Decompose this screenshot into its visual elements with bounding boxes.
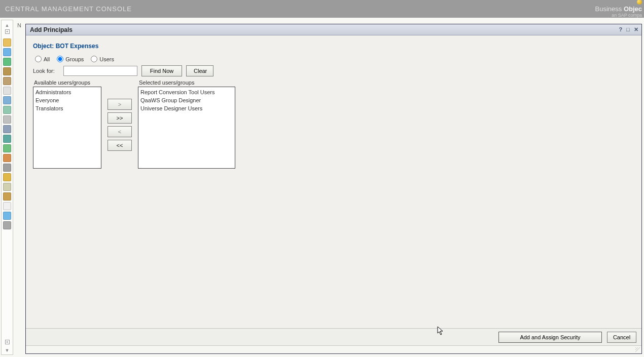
sidebar-icon-18[interactable] bbox=[3, 212, 11, 220]
tree-expand-top[interactable]: + bbox=[5, 29, 10, 34]
radio-all-label[interactable]: All bbox=[35, 56, 50, 62]
clear-button[interactable]: Clear bbox=[186, 65, 213, 76]
dialog-titlebar: Add Principals ? □ ✕ bbox=[26, 24, 641, 35]
sidebar-icon-4[interactable] bbox=[3, 77, 11, 85]
dialog-status-strip bbox=[26, 345, 641, 353]
sidebar-icon-7[interactable] bbox=[3, 106, 11, 114]
dialog-footer: Add and Assign Security Cancel bbox=[26, 328, 641, 345]
left-tool-strip: ▲ + + ▼ bbox=[1, 20, 13, 355]
add-principals-dialog: Add Principals ? □ ✕ Object: BOT Expense… bbox=[25, 24, 642, 354]
list-item[interactable]: QaaWS Group Designer bbox=[139, 96, 234, 104]
radio-users[interactable] bbox=[91, 56, 97, 62]
sidebar-icon-0[interactable] bbox=[3, 38, 11, 47]
selected-listbox[interactable]: Report Conversion Tool UsersQaaWS Group … bbox=[138, 87, 235, 169]
sidebar-icon-12[interactable] bbox=[3, 154, 11, 162]
maximize-icon[interactable]: □ bbox=[626, 26, 630, 33]
add-all-button[interactable]: >> bbox=[108, 112, 132, 124]
sidebar-icon-16[interactable] bbox=[3, 192, 11, 201]
radio-all[interactable] bbox=[35, 56, 42, 62]
app-title: CENTRAL MANAGEMENT CONSOLE bbox=[5, 5, 132, 13]
remove-all-button[interactable]: << bbox=[108, 140, 132, 151]
list-item[interactable]: Translators bbox=[34, 104, 100, 112]
tree-expand-bottom[interactable]: + bbox=[5, 340, 10, 344]
radio-users-label[interactable]: Users bbox=[91, 56, 114, 62]
list-item[interactable]: Everyone bbox=[34, 96, 100, 104]
app-title-bar: CENTRAL MANAGEMENT CONSOLE Business Obje… bbox=[0, 0, 644, 18]
sidebar-icon-17[interactable] bbox=[3, 202, 11, 210]
cancel-button[interactable]: Cancel bbox=[607, 332, 636, 343]
brand-text-b: Objec bbox=[624, 5, 642, 13]
available-listbox[interactable]: AdministratorsEveryoneTranslators bbox=[33, 87, 101, 169]
sidebar-icon-8[interactable] bbox=[3, 115, 11, 124]
transfer-buttons: > >> < << bbox=[108, 99, 132, 151]
sidebar-icon-6[interactable] bbox=[3, 96, 11, 104]
object-label: Object: BOT Expenses bbox=[33, 43, 634, 50]
sidebar-icon-10[interactable] bbox=[3, 135, 11, 143]
sidebar-icon-11[interactable] bbox=[3, 144, 11, 152]
look-for-row: Look for: Find Now Clear bbox=[33, 65, 634, 76]
dialog-title-text: Add Principals bbox=[30, 26, 73, 33]
look-for-label: Look for: bbox=[33, 68, 59, 74]
lists-area: Available users/groups AdministratorsEve… bbox=[33, 80, 634, 169]
find-now-button[interactable]: Find Now bbox=[141, 65, 182, 76]
sidebar-icon-14[interactable] bbox=[3, 173, 11, 181]
sidebar-icon-1[interactable] bbox=[3, 48, 11, 56]
brand-block: Business Objec an SAP compa bbox=[595, 0, 643, 18]
help-icon[interactable]: ? bbox=[619, 26, 623, 33]
sidebar-icon-2[interactable] bbox=[3, 58, 11, 66]
look-for-input[interactable] bbox=[63, 66, 137, 76]
selected-header: Selected users/groups bbox=[138, 80, 235, 86]
sidebar-icon-13[interactable] bbox=[3, 164, 11, 172]
list-item[interactable]: Report Conversion Tool Users bbox=[139, 88, 234, 96]
brand-dot-icon bbox=[637, 0, 642, 5]
dialog-body: Object: BOT Expenses All Groups Users Lo… bbox=[26, 35, 641, 328]
list-item[interactable]: Universe Designer Users bbox=[139, 104, 234, 112]
remove-button[interactable]: < bbox=[108, 126, 132, 137]
radio-groups[interactable] bbox=[57, 56, 63, 62]
list-item[interactable]: Administrators bbox=[34, 88, 100, 96]
resize-grip-icon[interactable] bbox=[635, 347, 640, 352]
sidebar-icon-15[interactable] bbox=[3, 183, 11, 191]
filter-radio-row: All Groups Users bbox=[35, 56, 634, 62]
sidebar-icon-19[interactable] bbox=[3, 221, 11, 229]
sidebar-icon-3[interactable] bbox=[3, 67, 11, 75]
radio-groups-label[interactable]: Groups bbox=[57, 56, 84, 62]
sidebar-icon-5[interactable] bbox=[3, 87, 11, 95]
workspace: ▲ + + ▼ N Add Principals ? □ ✕ Object: B… bbox=[0, 18, 644, 357]
scroll-up-icon[interactable]: ▲ bbox=[3, 22, 12, 28]
add-button[interactable]: > bbox=[108, 99, 132, 110]
background-char: N bbox=[17, 22, 21, 28]
add-assign-security-button[interactable]: Add and Assign Security bbox=[498, 332, 602, 343]
brand-text-a: Business bbox=[595, 5, 622, 13]
close-icon[interactable]: ✕ bbox=[634, 26, 638, 33]
sidebar-icon-9[interactable] bbox=[3, 125, 11, 133]
available-header: Available users/groups bbox=[33, 80, 101, 86]
scroll-down-icon[interactable]: ▼ bbox=[3, 347, 12, 353]
